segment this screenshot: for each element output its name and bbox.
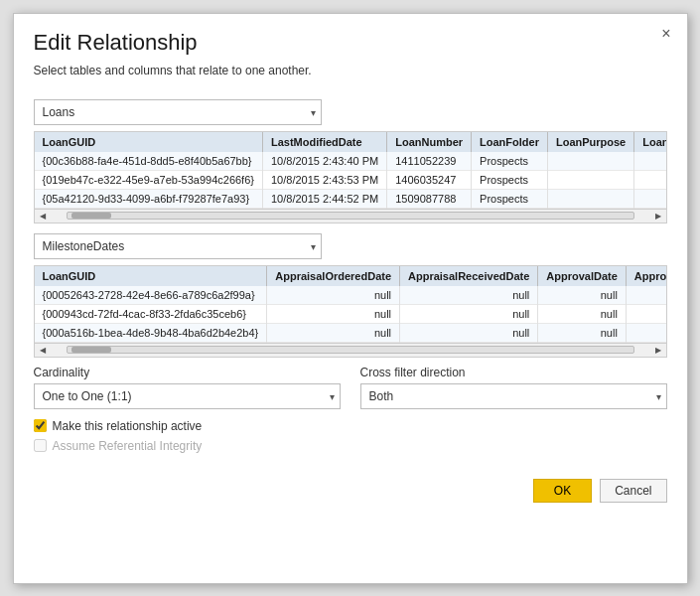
cell — [626, 304, 665, 323]
cell: 10/8/2015 2:43:53 PM — [262, 170, 386, 189]
table1-container: LoanGUID LastModifiedDate LoanNumber Loa… — [34, 131, 667, 224]
cell — [547, 170, 633, 189]
dialog-footer: OK Cancel — [14, 471, 687, 517]
edit-relationship-dialog: × Edit Relationship Select tables and co… — [13, 13, 688, 584]
table1: LoanGUID LastModifiedDate LoanNumber Loa… — [35, 132, 666, 209]
cell: null — [400, 304, 538, 323]
active-checkbox[interactable] — [34, 419, 47, 432]
table-row: {000943cd-72fd-4cac-8f33-2fda6c35ceb6} n… — [35, 304, 666, 323]
table1-scroll-left-icon[interactable]: ◀ — [37, 212, 49, 221]
table2: LoanGUID AppraisalOrderedDate AppraisalR… — [35, 266, 666, 343]
table2-col-loanguid: LoanGUID — [35, 266, 267, 286]
table1-scrollbar[interactable]: ◀ ▶ — [35, 209, 666, 223]
table1-col-loanguid: LoanGUID — [35, 132, 263, 152]
table1-col-loannumber: LoanNumber — [387, 132, 472, 152]
cell: {00c36b88-fa4e-451d-8dd5-e8f40b5a67bb} — [35, 152, 263, 171]
table2-header: LoanGUID AppraisalOrderedDate AppraisalR… — [35, 266, 666, 286]
table2-container: LoanGUID AppraisalOrderedDate AppraisalR… — [34, 265, 667, 358]
table2-scroll-right-icon[interactable]: ▶ — [652, 346, 664, 355]
table1-scroll-thumb — [71, 213, 111, 219]
table1-dropdown-wrapper: Loans MilestoneDates — [34, 99, 322, 125]
table2-scroll-left-icon[interactable]: ◀ — [37, 346, 49, 355]
table1-header: LoanGUID LastModifiedDate LoanNumber Loa… — [35, 132, 666, 152]
active-checkbox-label: Make this relationship active — [53, 419, 203, 433]
cell: Prospects — [472, 170, 548, 189]
table1-col-lastmodified: LastModifiedDate — [262, 132, 386, 152]
table2-body: {00052643-2728-42e4-8e66-a789c6a2f99a} n… — [35, 286, 666, 343]
table2-scroll-track — [67, 346, 634, 354]
table1-scroll-right-icon[interactable]: ▶ — [652, 212, 664, 221]
table2-scroll-wrapper: LoanGUID AppraisalOrderedDate AppraisalR… — [35, 266, 666, 343]
cell — [634, 152, 666, 171]
cell: 10/8/2015 2:44:52 PM — [262, 189, 386, 208]
cell: {000943cd-72fd-4cac-8f33-2fda6c35ceb6} — [35, 304, 267, 323]
table2-dropdown-wrapper: MilestoneDates Loans — [34, 233, 322, 259]
table1-col-loanpr: LoanPr — [634, 132, 666, 152]
table2-col-approv: Approv — [626, 266, 665, 286]
integrity-checkbox — [34, 439, 47, 452]
crossfilter-label: Cross filter direction — [360, 366, 667, 379]
table-row: {05a42120-9d33-4099-a6bf-f79287fe7a93} 1… — [35, 189, 666, 208]
crossfilter-section: Cross filter direction Both Single — [360, 366, 667, 409]
cell: {019eb47c-e322-45e9-a7eb-53a994c266f6} — [35, 170, 263, 189]
cardinality-dropdown[interactable]: One to One (1:1) Many to Many (*:*) Many… — [34, 383, 341, 409]
cell: 1406035247 — [387, 170, 472, 189]
table2-dropdown-container: MilestoneDates Loans — [34, 233, 667, 259]
cardinality-dropdown-wrapper: One to One (1:1) Many to Many (*:*) Many… — [34, 383, 341, 409]
table-row: {00c36b88-fa4e-451d-8dd5-e8f40b5a67bb} 1… — [35, 152, 666, 171]
table1-col-loanfolder: LoanFolder — [472, 132, 548, 152]
table1-scroll-wrapper: LoanGUID LastModifiedDate LoanNumber Loa… — [35, 132, 666, 209]
dialog-subtitle: Select tables and columns that relate to… — [34, 64, 667, 77]
integrity-checkbox-label: Assume Referential Integrity — [53, 439, 203, 453]
table-row: {000a516b-1bea-4de8-9b48-4ba6d2b4e2b4} n… — [35, 323, 666, 342]
table1-scroll-track — [67, 212, 634, 220]
cell: null — [400, 323, 538, 342]
cell — [547, 152, 633, 171]
cell: null — [267, 304, 400, 323]
cell — [634, 170, 666, 189]
dialog-header: Edit Relationship Select tables and colu… — [14, 14, 687, 99]
active-checkbox-row: Make this relationship active — [34, 419, 667, 433]
cell: null — [538, 323, 627, 342]
cell: null — [538, 304, 627, 323]
dialog-title: Edit Relationship — [34, 30, 667, 56]
table2-dropdown[interactable]: MilestoneDates Loans — [34, 233, 322, 259]
cell: null — [400, 286, 538, 305]
table2-scrollbar[interactable]: ◀ ▶ — [35, 343, 666, 357]
table1-dropdown-container: Loans MilestoneDates — [34, 99, 667, 125]
table2-col-approvaldate: ApprovalDate — [538, 266, 627, 286]
crossfilter-dropdown-wrapper: Both Single — [360, 383, 667, 409]
cell: null — [267, 323, 400, 342]
cell: Prospects — [472, 189, 548, 208]
table1-col-loanpurpose: LoanPurpose — [547, 132, 633, 152]
ok-button[interactable]: OK — [533, 479, 592, 503]
cell: 10/8/2015 2:43:40 PM — [262, 152, 386, 171]
options-row: Cardinality One to One (1:1) Many to Man… — [34, 366, 667, 409]
cancel-button[interactable]: Cancel — [600, 479, 666, 503]
cardinality-section: Cardinality One to One (1:1) Many to Man… — [34, 366, 341, 409]
cell: null — [267, 286, 400, 305]
crossfilter-dropdown[interactable]: Both Single — [360, 383, 667, 409]
table2-col-appraisalordered: AppraisalOrderedDate — [267, 266, 400, 286]
integrity-checkbox-row: Assume Referential Integrity — [34, 439, 667, 453]
cell: null — [538, 286, 627, 305]
table-row: {00052643-2728-42e4-8e66-a789c6a2f99a} n… — [35, 286, 666, 305]
table1-dropdown[interactable]: Loans MilestoneDates — [34, 99, 322, 125]
table1-body: {00c36b88-fa4e-451d-8dd5-e8f40b5a67bb} 1… — [35, 152, 666, 209]
table2-col-appraisalreceived: AppraisalReceivedDate — [400, 266, 538, 286]
cell: {00052643-2728-42e4-8e66-a789c6a2f99a} — [35, 286, 267, 305]
cell: {05a42120-9d33-4099-a6bf-f79287fe7a93} — [35, 189, 263, 208]
cell — [626, 286, 665, 305]
table2-header-row: LoanGUID AppraisalOrderedDate AppraisalR… — [35, 266, 666, 286]
cell: 1509087788 — [387, 189, 472, 208]
cell: Prospects — [472, 152, 548, 171]
cell — [626, 323, 665, 342]
close-button[interactable]: × — [657, 22, 674, 46]
table-row: {019eb47c-e322-45e9-a7eb-53a994c266f6} 1… — [35, 170, 666, 189]
cell: {000a516b-1bea-4de8-9b48-4ba6d2b4e2b4} — [35, 323, 267, 342]
dialog-body: Loans MilestoneDates LoanGUID LastModifi… — [14, 99, 687, 471]
cell: 1411052239 — [387, 152, 472, 171]
cell — [547, 189, 633, 208]
table1-header-row: LoanGUID LastModifiedDate LoanNumber Loa… — [35, 132, 666, 152]
cardinality-label: Cardinality — [34, 366, 341, 379]
